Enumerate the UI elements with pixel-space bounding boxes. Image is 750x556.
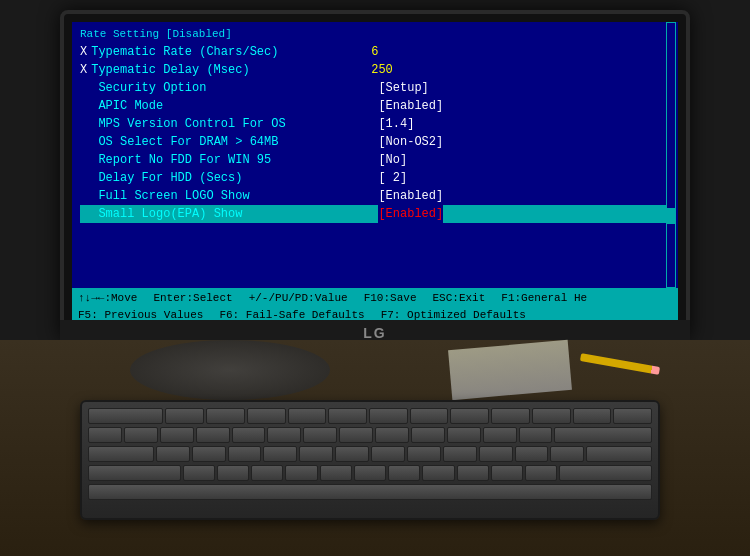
value-mps-version: [1.4] xyxy=(378,115,414,133)
key-1[interactable] xyxy=(124,427,158,443)
label-mps-version: MPS Version Control For OS xyxy=(98,115,378,133)
key-f5[interactable] xyxy=(328,408,367,424)
key-2[interactable] xyxy=(160,427,194,443)
key-f12[interactable] xyxy=(613,408,652,424)
value-typematic-delay: 250 xyxy=(371,61,393,79)
bios-row-typematic-rate[interactable]: X Typematic Rate (Chars/Sec)6 xyxy=(80,43,670,61)
key-j[interactable] xyxy=(388,465,420,481)
key-4[interactable] xyxy=(232,427,266,443)
key-f[interactable] xyxy=(285,465,317,481)
key-row-5 xyxy=(88,484,652,500)
key-0[interactable] xyxy=(447,427,481,443)
key-lbracket[interactable] xyxy=(515,446,549,462)
key-f6[interactable] xyxy=(369,408,408,424)
status-row1-item-4: ESC:Exit xyxy=(432,290,485,307)
value-delay-hdd: [ 2] xyxy=(378,169,407,187)
key-row-1 xyxy=(88,408,652,424)
key-a[interactable] xyxy=(183,465,215,481)
key-f1[interactable] xyxy=(165,408,204,424)
indent-apic-mode xyxy=(80,97,94,115)
bios-row-fullscreen-logo[interactable]: Full Screen LOGO Show[Enabled] xyxy=(80,187,670,205)
bios-row-security-option[interactable]: Security Option[Setup] xyxy=(80,79,670,97)
key-equals[interactable] xyxy=(519,427,553,443)
key-f8[interactable] xyxy=(450,408,489,424)
key-s[interactable] xyxy=(217,465,249,481)
key-6[interactable] xyxy=(303,427,337,443)
key-p[interactable] xyxy=(479,446,513,462)
key-f3[interactable] xyxy=(247,408,286,424)
key-3[interactable] xyxy=(196,427,230,443)
scrollbar-thumb xyxy=(667,208,675,224)
key-caps[interactable] xyxy=(88,465,181,481)
key-l[interactable] xyxy=(457,465,489,481)
value-report-fdd: [No] xyxy=(378,151,407,169)
key-q[interactable] xyxy=(156,446,190,462)
value-fullscreen-logo: [Enabled] xyxy=(378,187,443,205)
key-semicolon[interactable] xyxy=(491,465,523,481)
key-5[interactable] xyxy=(267,427,301,443)
bios-row-typematic-delay[interactable]: X Typematic Delay (Msec)250 xyxy=(80,61,670,79)
indent-mps-version xyxy=(80,115,94,133)
key-y[interactable] xyxy=(335,446,369,462)
keyboard[interactable] xyxy=(80,400,660,520)
key-enter[interactable] xyxy=(586,446,652,462)
bios-scrollbar[interactable] xyxy=(666,22,676,288)
indent-small-logo xyxy=(80,205,94,223)
key-9[interactable] xyxy=(411,427,445,443)
key-d[interactable] xyxy=(251,465,283,481)
key-o[interactable] xyxy=(443,446,477,462)
top-partial-label: Rate Setting [Disabled] xyxy=(80,26,360,43)
key-w[interactable] xyxy=(192,446,226,462)
key-k[interactable] xyxy=(422,465,454,481)
key-f11[interactable] xyxy=(573,408,612,424)
key-f2[interactable] xyxy=(206,408,245,424)
key-f7[interactable] xyxy=(410,408,449,424)
label-typematic-rate: Typematic Rate (Chars/Sec) xyxy=(91,43,371,61)
key-row-3 xyxy=(88,446,652,462)
label-fullscreen-logo: Full Screen LOGO Show xyxy=(98,187,378,205)
indent-report-fdd xyxy=(80,151,94,169)
bios-row-small-logo[interactable]: Small Logo(EPA) Show[Enabled] xyxy=(80,205,670,223)
key-r[interactable] xyxy=(263,446,297,462)
key-f9[interactable] xyxy=(491,408,530,424)
key-tilde[interactable] xyxy=(88,427,122,443)
status-row1-item-1: Enter:Select xyxy=(153,290,232,307)
label-typematic-delay: Typematic Delay (Msec) xyxy=(91,61,371,79)
bios-row-mps-version[interactable]: MPS Version Control For OS[1.4] xyxy=(80,115,670,133)
key-7[interactable] xyxy=(339,427,373,443)
key-e[interactable] xyxy=(228,446,262,462)
key-space[interactable] xyxy=(88,484,652,500)
scene: Rate Setting [Disabled] X Typematic Rate… xyxy=(0,0,750,556)
key-tab[interactable] xyxy=(88,446,154,462)
key-i[interactable] xyxy=(407,446,441,462)
value-security-option: [Setup] xyxy=(378,79,428,97)
bios-row-report-fdd[interactable]: Report No FDD For WIN 95[No] xyxy=(80,151,670,169)
label-security-option: Security Option xyxy=(98,79,378,97)
status-row1-item-3: F10:Save xyxy=(364,290,417,307)
desk-papers xyxy=(448,340,572,400)
key-backspace[interactable] xyxy=(554,427,652,443)
desk-cloth-item xyxy=(130,340,330,400)
value-apic-mode: [Enabled] xyxy=(378,97,443,115)
key-minus[interactable] xyxy=(483,427,517,443)
key-t[interactable] xyxy=(299,446,333,462)
key-8[interactable] xyxy=(375,427,409,443)
key-f4[interactable] xyxy=(288,408,327,424)
key-esc[interactable] xyxy=(88,408,163,424)
label-delay-hdd: Delay For HDD (Secs) xyxy=(98,169,378,187)
key-h[interactable] xyxy=(354,465,386,481)
bios-row-apic-mode[interactable]: APIC Mode[Enabled] xyxy=(80,97,670,115)
key-enter2[interactable] xyxy=(559,465,652,481)
x-marker-typematic-rate: X xyxy=(80,43,87,61)
key-rbracket[interactable] xyxy=(550,446,584,462)
indent-fullscreen-logo xyxy=(80,187,94,205)
key-f10[interactable] xyxy=(532,408,571,424)
bios-row-os-select[interactable]: OS Select For DRAM > 64MB[Non-OS2] xyxy=(80,133,670,151)
key-g[interactable] xyxy=(320,465,352,481)
key-u[interactable] xyxy=(371,446,405,462)
status-row1-item-2: +/-/PU/PD:Value xyxy=(249,290,348,307)
bios-top-partial-row: Rate Setting [Disabled] xyxy=(80,26,670,43)
bios-row-delay-hdd[interactable]: Delay For HDD (Secs)[ 2] xyxy=(80,169,670,187)
key-quote[interactable] xyxy=(525,465,557,481)
status-row1: ↑↓→←:MoveEnter:Select+/-/PU/PD:ValueF10:… xyxy=(78,290,672,307)
